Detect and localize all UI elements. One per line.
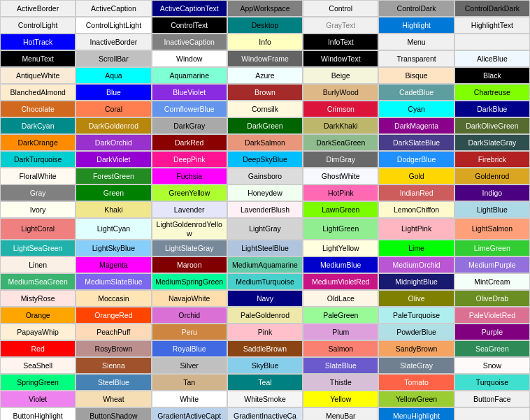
color-cell: Firebrick: [454, 151, 530, 168]
color-cell: LightSlateGray: [152, 240, 227, 256]
color-cell: DarkGoldenrod: [76, 117, 151, 134]
color-cell: LightGray: [227, 218, 303, 240]
color-cell: ActiveCaptionText: [152, 0, 227, 17]
color-cell: DeepSkyBlue: [227, 151, 303, 168]
color-cell: Snow: [454, 357, 530, 374]
color-cell: MintCream: [454, 273, 530, 290]
color-grid: ActiveBorderActiveCaptionActiveCaptionTe…: [0, 0, 530, 420]
color-cell: PaleGreen: [303, 307, 378, 324]
color-cell: Cornsilk: [227, 101, 303, 117]
color-cell: HighlightText: [454, 17, 530, 34]
color-cell: Chartreuse: [454, 84, 530, 101]
color-cell: OrangeRed: [76, 307, 151, 324]
color-cell: LightPink: [378, 218, 454, 240]
color-cell: White: [152, 391, 227, 407]
color-cell: YellowGreen: [378, 391, 454, 407]
color-cell: Transparent: [378, 50, 454, 67]
color-cell: Red: [0, 340, 76, 357]
color-cell: Gray: [0, 184, 76, 201]
color-cell: [454, 407, 530, 420]
color-cell: MediumSpringGreen: [152, 273, 227, 290]
color-cell: BlueViolet: [152, 84, 227, 101]
color-cell: WindowFrame: [227, 50, 303, 67]
color-cell: Yellow: [303, 391, 378, 407]
color-cell: ScrollBar: [76, 50, 151, 67]
color-cell: MediumSeaGreen: [0, 273, 76, 290]
color-cell: MenuHighlight: [378, 407, 454, 420]
color-cell: GhostWhite: [303, 168, 378, 184]
color-cell: WhiteSmoke: [227, 391, 303, 407]
color-cell: InactiveBorder: [76, 34, 151, 50]
color-cell: Info: [227, 34, 303, 50]
color-cell: ControlText: [152, 17, 227, 34]
color-cell: PaleGoldenrod: [227, 307, 303, 324]
color-cell: Navy: [227, 290, 303, 307]
color-cell: Aqua: [76, 67, 151, 84]
color-cell: Plum: [303, 324, 378, 340]
color-cell: Goldenrod: [454, 168, 530, 184]
color-cell: Linen: [0, 256, 76, 273]
color-cell: MediumVioletRed: [303, 273, 378, 290]
color-cell: Honeydew: [227, 184, 303, 201]
color-cell: DodgerBlue: [378, 151, 454, 168]
color-cell: DarkSeaGreen: [303, 134, 378, 151]
color-cell: DarkRed: [152, 134, 227, 151]
color-cell: InfoText: [303, 34, 378, 50]
color-cell: LightSalmon: [454, 218, 530, 240]
color-cell: Bisque: [378, 67, 454, 84]
color-cell: MediumSlateBlue: [76, 273, 151, 290]
color-cell: CornflowerBlue: [152, 101, 227, 117]
color-cell: ForestGreen: [76, 168, 151, 184]
color-cell: ControlDarkDark: [454, 0, 530, 17]
color-cell: DarkGray: [152, 117, 227, 134]
color-cell: Pink: [227, 324, 303, 340]
color-cell: Menu: [378, 34, 454, 50]
color-cell: Control: [303, 0, 378, 17]
color-cell: LavenderBlush: [227, 201, 303, 218]
color-cell: Green: [76, 184, 151, 201]
color-cell: [454, 34, 530, 50]
color-cell: DarkSlateGray: [454, 134, 530, 151]
color-cell: LightGreen: [303, 218, 378, 240]
color-cell: LightBlue: [454, 201, 530, 218]
color-cell: MediumAquamarine: [227, 256, 303, 273]
color-cell: DarkKhaki: [303, 117, 378, 134]
color-cell: RosyBrown: [76, 340, 151, 357]
color-cell: SeaGreen: [454, 340, 530, 357]
color-cell: NavajoWhite: [152, 290, 227, 307]
color-cell: AliceBlue: [454, 50, 530, 67]
color-cell: SkyBlue: [227, 357, 303, 374]
color-cell: MediumTurquoise: [227, 273, 303, 290]
color-cell: AppWorkspace: [227, 0, 303, 17]
color-cell: Fuchsia: [152, 168, 227, 184]
color-cell: Blue: [76, 84, 151, 101]
color-cell: DeepPink: [152, 151, 227, 168]
color-cell: WindowText: [303, 50, 378, 67]
color-cell: Crimson: [303, 101, 378, 117]
color-cell: DarkOrange: [0, 134, 76, 151]
color-cell: ButtonFace: [454, 391, 530, 407]
color-cell: GreenYellow: [152, 184, 227, 201]
color-cell: ActiveCaption: [76, 0, 151, 17]
color-cell: SpringGreen: [0, 374, 76, 391]
color-cell: PaleVioletRed: [454, 307, 530, 324]
color-cell: DarkOliveGreen: [454, 117, 530, 134]
color-cell: Silver: [152, 357, 227, 374]
color-cell: OldLace: [303, 290, 378, 307]
color-cell: MistyRose: [0, 290, 76, 307]
color-cell: Lime: [378, 240, 454, 256]
color-cell: Azure: [227, 67, 303, 84]
color-cell: PeachPuff: [76, 324, 151, 340]
color-cell: Tan: [152, 374, 227, 391]
color-cell: Peru: [152, 324, 227, 340]
color-cell: ActiveBorder: [0, 0, 76, 17]
color-cell: Desktop: [227, 17, 303, 34]
color-cell: DarkTurquoise: [0, 151, 76, 168]
color-cell: Coral: [76, 101, 151, 117]
color-cell: InactiveCaption: [152, 34, 227, 50]
color-cell: HotTrack: [0, 34, 76, 50]
color-cell: CadetBlue: [378, 84, 454, 101]
color-cell: Ivory: [0, 201, 76, 218]
color-cell: LightGoldenrodYellow: [152, 218, 227, 240]
color-cell: MediumOrchid: [378, 256, 454, 273]
